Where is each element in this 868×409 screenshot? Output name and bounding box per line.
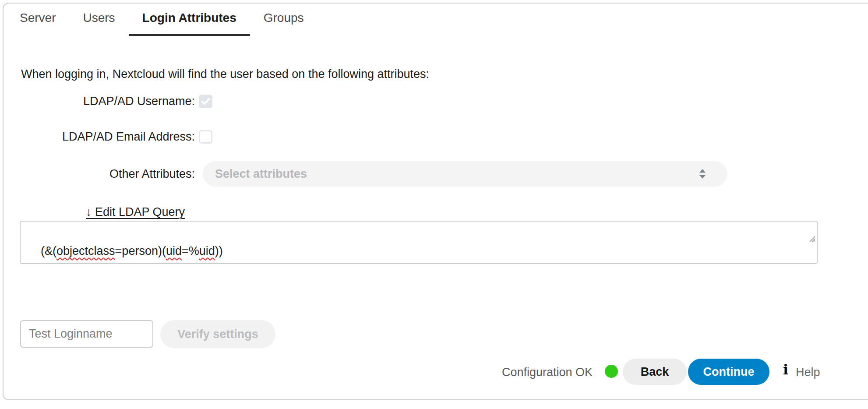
- query-word-misspelled: objectclass: [56, 244, 115, 257]
- status-ok-indicator: [605, 365, 618, 378]
- verify-settings-button: Verify settings: [160, 320, 275, 348]
- help-link[interactable]: Help: [796, 365, 820, 380]
- query-segment: )): [215, 244, 223, 257]
- query-word-misspelled: uid: [199, 244, 215, 257]
- back-button[interactable]: Back: [623, 359, 687, 385]
- ldap-query-textarea[interactable]: (&(objectclass=person)(uid=%uid)): [20, 221, 818, 264]
- ldap-username-checkbox: [199, 95, 212, 108]
- wizard-tabs: Server Users Login Attributes Groups: [6, 11, 318, 36]
- configuration-status-text: Configuration OK: [502, 365, 593, 379]
- edit-ldap-query-link[interactable]: ↓ Edit LDAP Query: [86, 204, 185, 219]
- ldap-wizard-window: Server Users Login Attributes Groups Whe…: [0, 0, 868, 409]
- query-segment: (&(: [41, 244, 56, 257]
- other-attributes-label: Other Attributes:: [0, 167, 195, 181]
- continue-button[interactable]: Continue: [688, 359, 769, 385]
- tab-users[interactable]: Users: [69, 11, 128, 36]
- info-icon[interactable]: i: [783, 362, 788, 377]
- tab-login-attributes[interactable]: Login Attributes: [129, 11, 250, 36]
- ldap-query-text: (&(objectclass=person)(uid=%uid)): [41, 244, 223, 257]
- ldap-email-label: LDAP/AD Email Address:: [0, 130, 195, 144]
- other-attributes-select[interactable]: Select attributes: [203, 161, 727, 187]
- query-segment: =person)(: [115, 244, 166, 257]
- select-placeholder: Select attributes: [215, 161, 307, 187]
- updown-arrows-icon: [699, 169, 706, 181]
- tab-server[interactable]: Server: [6, 11, 69, 36]
- query-segment: =%: [182, 244, 199, 257]
- tab-groups[interactable]: Groups: [250, 11, 318, 36]
- query-word-misspelled: uid: [166, 244, 182, 257]
- test-loginname-input[interactable]: [20, 320, 153, 348]
- resize-handle-icon[interactable]: [788, 221, 815, 262]
- ldap-email-checkbox[interactable]: [199, 130, 212, 144]
- intro-text: When logging in, Nextcloud will find the…: [21, 67, 429, 81]
- ldap-username-label: LDAP/AD Username:: [0, 94, 195, 108]
